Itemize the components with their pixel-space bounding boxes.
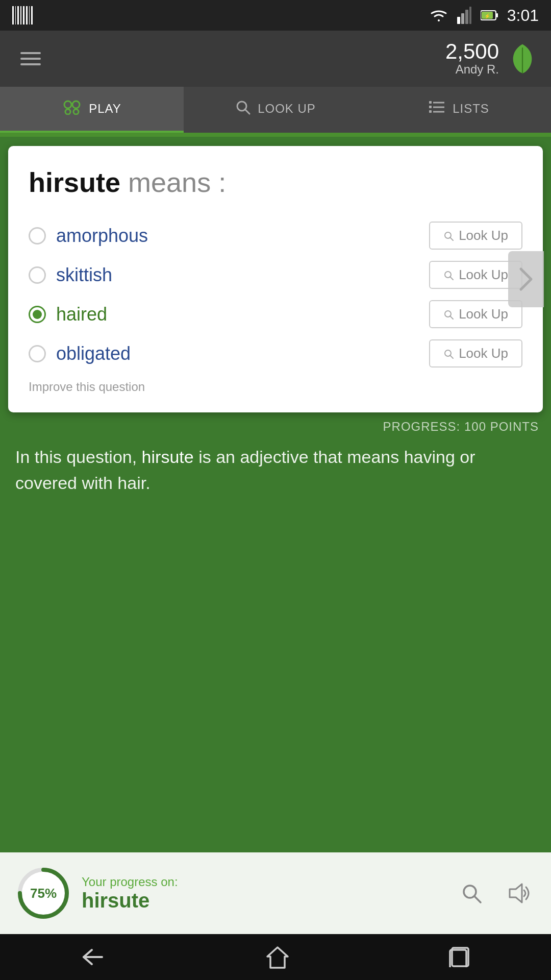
lookup-label-2: Look Up [459,267,508,283]
bottom-sound-button[interactable] [503,877,536,910]
svg-line-27 [450,355,453,358]
quiz-card: hirsute means : amorphous Look Up ski [8,146,543,412]
bottom-bar: 75% Your progress on: hirsute [0,852,551,934]
radio-3-selected [29,306,46,323]
tab-lookup[interactable]: LOOK UP [184,87,367,133]
green-accent-line [0,133,551,137]
leaf-icon [509,43,536,74]
svg-rect-3 [469,7,471,24]
svg-line-13 [245,109,249,114]
answer-text-4: obligated [56,343,131,364]
bottom-search-button[interactable] [455,877,488,910]
score-user: Andy R. [445,62,499,77]
svg-line-25 [450,316,453,319]
search-nav-icon [235,100,251,118]
score-number: 2,500 [445,41,499,62]
tab-lists[interactable]: LISTS [367,87,551,133]
progress-label: PROGRESS: 100 POINTS [0,412,551,437]
lists-icon [429,100,445,118]
answer-text-2: skittish [56,264,112,286]
status-time: 3:01 [507,6,539,25]
svg-line-21 [450,237,453,240]
bottom-bar-word: hirsute [82,889,455,912]
signal-icon [457,7,471,24]
answer-row[interactable]: amorphous Look Up [29,218,522,253]
answer-text-1: amorphous [56,225,148,247]
svg-rect-1 [461,13,464,24]
svg-line-23 [450,277,453,280]
radio-4 [29,345,46,362]
wifi-icon [430,8,448,22]
svg-point-11 [73,109,79,114]
answer-row-selected[interactable]: haired Look Up [29,297,522,331]
progress-pct: 75% [30,886,57,901]
header-right: 2,500 Andy R. [445,41,536,77]
tab-lookup-label: LOOK UP [258,102,316,116]
answer-left-4: obligated [29,343,131,364]
svg-rect-0 [457,17,460,24]
lookup-btn-1[interactable]: Look Up [429,222,522,250]
explanation-highlight: hirsute [142,447,194,467]
recents-button[interactable] [449,947,471,967]
svg-text:⚡: ⚡ [484,13,491,19]
explanation: In this question, hirsute is an adjectiv… [0,437,551,496]
back-button[interactable] [80,947,106,967]
answer-row[interactable]: obligated Look Up [29,336,522,371]
battery-icon: ⚡ [481,10,498,21]
explanation-text1: In this question, [15,447,137,467]
svg-marker-32 [510,884,522,902]
next-arrow[interactable] [508,251,544,307]
answer-row[interactable]: skittish Look Up [29,258,522,292]
improve-link[interactable]: Improve this question [29,380,522,394]
lookup-label-1: Look Up [459,228,508,243]
bottom-bar-label: Your progress on: [82,875,455,889]
lookup-btn-4[interactable]: Look Up [429,339,522,368]
quiz-title: hirsute means : [29,166,522,198]
svg-marker-34 [267,947,288,968]
svg-line-31 [474,896,481,902]
barcode-icon [12,6,33,24]
tab-lists-label: LISTS [453,102,489,116]
svg-rect-18 [429,106,432,108]
svg-rect-19 [429,110,432,113]
answer-list: amorphous Look Up skittish Look Up [29,218,522,371]
answer-left-3: haired [29,304,107,325]
main-content: hirsute means : amorphous Look Up ski [0,137,551,980]
lookup-label-4: Look Up [459,346,508,361]
lookup-label-3: Look Up [459,306,508,322]
header-score: 2,500 Andy R. [445,41,499,77]
status-bar-right: ⚡ 3:01 [430,6,539,25]
tab-play[interactable]: PLAY [0,87,184,133]
menu-button[interactable] [15,47,46,70]
status-bar: ⚡ 3:01 [0,0,551,31]
header: 2,500 Andy R. [0,31,551,87]
radio-inner-3 [33,310,42,319]
answer-left-1: amorphous [29,225,148,247]
home-button[interactable] [265,945,290,969]
system-nav [0,934,551,980]
quiz-word: hirsute [29,167,120,198]
svg-rect-17 [429,101,432,104]
answer-left-2: skittish [29,264,112,286]
nav-tabs: PLAY LOOK UP LISTS [0,87,551,133]
svg-rect-6 [496,13,498,17]
radio-1 [29,227,46,244]
progress-circle: 75% [15,865,71,921]
svg-point-9 [72,101,80,108]
radio-2 [29,266,46,284]
bottom-bar-info: Your progress on: hirsute [82,875,455,912]
quiz-means-label: means : [128,167,226,198]
svg-rect-2 [465,10,468,24]
status-bar-left [12,6,33,24]
answer-text-3: haired [56,304,107,325]
play-icon [62,100,82,118]
svg-point-8 [64,101,71,108]
bottom-bar-actions [455,877,536,910]
svg-point-10 [65,109,70,114]
tab-play-label: PLAY [89,102,121,116]
